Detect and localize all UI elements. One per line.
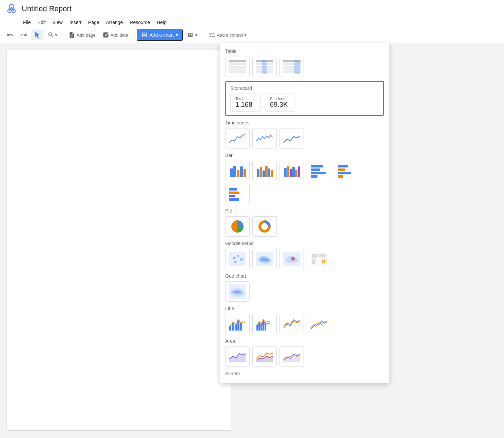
svg-rect-45 <box>338 172 351 174</box>
toolbar-separator-1 <box>63 31 63 39</box>
scorecard-section: Scorecard Total 1,168 Sessions 69.3K <box>225 81 384 116</box>
pie-thumb-2[interactable] <box>252 216 277 237</box>
table-chart-thumb-2[interactable] <box>252 57 277 77</box>
maps-thumb-3[interactable] <box>279 249 304 269</box>
line-section-label: Line <box>225 306 384 311</box>
pie-section: Pie <box>225 208 384 237</box>
pie-section-label: Pie <box>225 208 384 214</box>
scatter-section: Scatter <box>225 371 384 376</box>
table-chart-thumb-1[interactable] <box>225 57 250 77</box>
menu-view[interactable]: View <box>50 18 65 26</box>
component-picker-button[interactable]: ▾ <box>184 29 200 40</box>
menu-insert[interactable]: Insert <box>67 18 84 26</box>
menu-file[interactable]: File <box>20 18 34 26</box>
maps-thumb-1[interactable] <box>225 249 250 269</box>
svg-rect-55 <box>229 252 246 266</box>
svg-rect-8 <box>229 68 246 71</box>
bar-thumb-3[interactable] <box>279 161 304 181</box>
svg-rect-50 <box>229 198 239 201</box>
content-area: Table <box>0 43 504 437</box>
menu-resource[interactable]: Resource <box>127 18 153 26</box>
bar-thumb-5[interactable] <box>334 161 358 181</box>
maps-thumb-2[interactable] <box>252 249 277 269</box>
bar-section-label: Bar <box>225 153 384 158</box>
bar-chart-row <box>225 161 384 204</box>
time-series-section: Time series <box>225 120 384 148</box>
add-page-button[interactable]: Add page <box>66 29 98 40</box>
menu-bar: File Edit View Insert Page Arrange Resou… <box>0 18 504 27</box>
time-series-thumb-3[interactable] <box>279 128 304 148</box>
bar-thumb-2[interactable] <box>252 161 277 181</box>
scorecard-cards: Total 1,168 Sessions 69.3K <box>230 94 379 112</box>
google-maps-section-label: Google Maps <box>225 241 384 246</box>
toolbar: ▾ Add page Add data Add a chart ▾ ▾ Add … <box>0 27 504 43</box>
svg-rect-42 <box>311 175 317 178</box>
menu-help[interactable]: Help <box>154 18 169 26</box>
svg-point-54 <box>261 223 268 230</box>
menu-page[interactable]: Page <box>85 18 102 26</box>
area-thumb-1[interactable] <box>225 346 250 367</box>
page-title: Untitled Report <box>22 4 72 13</box>
area-thumb-2[interactable] <box>252 346 277 367</box>
add-chart-label: Add a chart <box>150 32 174 38</box>
add-control-button[interactable]: Add a control ▾ <box>206 29 249 40</box>
component-picker-dropdown: ▾ <box>195 33 197 38</box>
svg-rect-23 <box>233 166 236 177</box>
svg-point-59 <box>234 261 236 263</box>
line-section: Line <box>225 306 384 334</box>
pie-chart-row <box>225 216 384 237</box>
scorecard-card-total[interactable]: Total 1,168 <box>230 94 261 112</box>
scorecard-section-label: Scorecard <box>230 85 379 91</box>
undo-button[interactable] <box>4 29 16 40</box>
line-thumb-2[interactable] <box>252 314 277 334</box>
svg-rect-22 <box>230 168 233 177</box>
svg-rect-73 <box>235 324 237 331</box>
scorecard-card-sessions[interactable]: Sessions 69.3K <box>265 94 295 112</box>
svg-rect-30 <box>265 166 268 177</box>
line-thumb-4[interactable] <box>307 314 331 334</box>
svg-rect-64 <box>312 254 317 258</box>
svg-rect-46 <box>338 175 343 178</box>
cursor-button[interactable] <box>31 29 43 40</box>
svg-rect-43 <box>338 165 348 167</box>
scorecard-total-label: Total <box>235 97 256 101</box>
time-series-thumb-2[interactable] <box>252 128 277 148</box>
geo-thumb-1[interactable] <box>225 281 250 302</box>
maps-thumb-4[interactable] <box>307 249 331 269</box>
table-chart-thumb-3[interactable] <box>279 57 304 77</box>
menu-arrange[interactable]: Arrange <box>103 18 126 26</box>
google-maps-chart-row <box>225 249 384 269</box>
svg-point-57 <box>237 255 239 257</box>
svg-rect-71 <box>229 326 231 331</box>
add-control-dropdown-arrow: ▾ <box>244 33 247 38</box>
svg-rect-9 <box>229 71 246 73</box>
svg-rect-28 <box>260 167 262 177</box>
svg-rect-40 <box>311 168 320 171</box>
svg-rect-24 <box>237 170 239 177</box>
bar-thumb-6[interactable] <box>225 184 250 204</box>
geo-chart-section-label: Geo chart <box>225 273 384 279</box>
svg-rect-21 <box>294 60 301 74</box>
menu-edit[interactable]: Edit <box>35 18 49 26</box>
redo-button[interactable] <box>18 29 30 40</box>
title-bar: Untitled Report <box>0 0 504 18</box>
add-chart-button[interactable]: Add a chart ▾ <box>137 29 183 41</box>
area-chart-row <box>225 346 384 367</box>
area-thumb-3[interactable] <box>279 346 304 367</box>
add-data-button[interactable]: Add data <box>100 29 131 40</box>
zoom-control[interactable]: ▾ <box>45 29 60 40</box>
svg-rect-48 <box>229 192 239 194</box>
pie-thumb-1[interactable] <box>225 216 250 237</box>
table-chart-row <box>225 57 384 77</box>
geo-chart-row <box>225 281 384 302</box>
svg-rect-25 <box>240 166 243 177</box>
svg-rect-37 <box>295 170 297 177</box>
svg-rect-6 <box>229 63 246 65</box>
time-series-thumb-1[interactable] <box>225 128 250 148</box>
bar-thumb-4[interactable] <box>307 161 331 181</box>
bar-thumb-1[interactable] <box>225 161 250 181</box>
line-thumb-3[interactable] <box>279 314 304 334</box>
svg-rect-7 <box>229 66 246 68</box>
toolbar-separator-2 <box>134 31 134 39</box>
line-thumb-1[interactable] <box>225 314 250 334</box>
